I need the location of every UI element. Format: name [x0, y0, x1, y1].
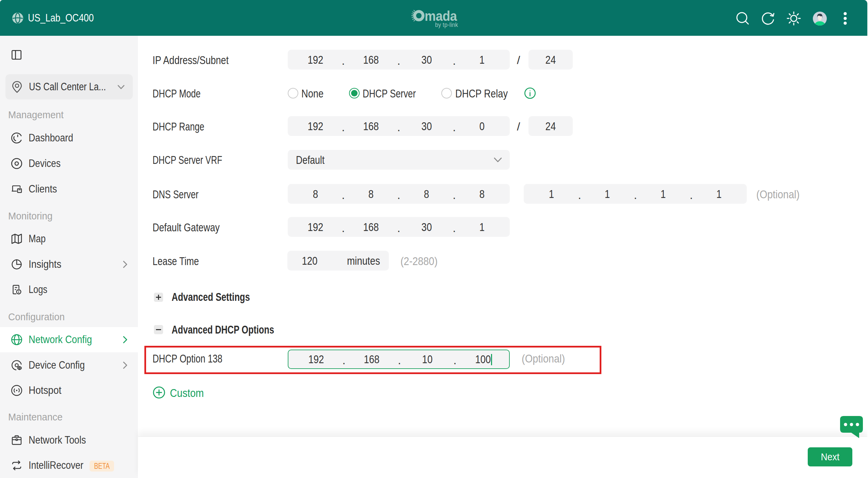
svg-text:by tp-link: by tp-link	[435, 21, 458, 28]
